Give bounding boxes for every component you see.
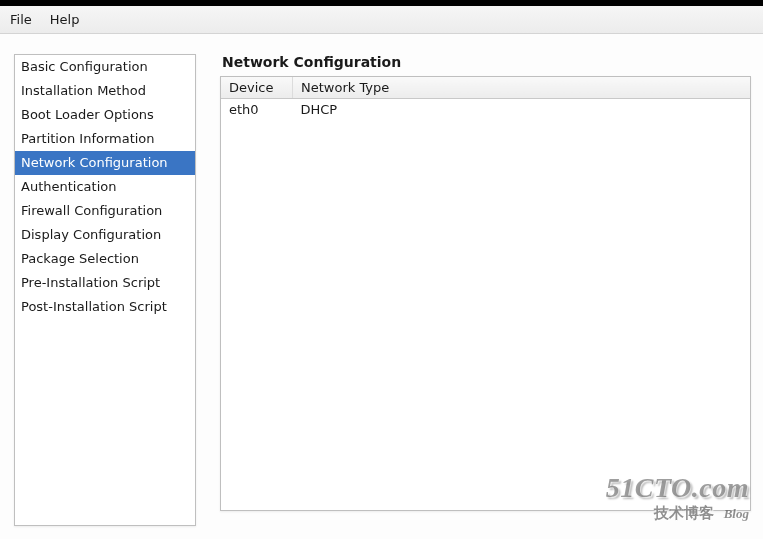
sidebar-item-network-configuration[interactable]: Network Configuration bbox=[15, 151, 195, 175]
sidebar-item-basic-configuration[interactable]: Basic Configuration bbox=[15, 55, 195, 79]
sidebar-item-display-configuration[interactable]: Display Configuration bbox=[15, 223, 195, 247]
column-header-device[interactable]: Device bbox=[221, 77, 293, 99]
menu-help[interactable]: Help bbox=[46, 10, 84, 29]
sidebar-item-authentication[interactable]: Authentication bbox=[15, 175, 195, 199]
sidebar-item-installation-method[interactable]: Installation Method bbox=[15, 79, 195, 103]
sidebar-item-partition-information[interactable]: Partition Information bbox=[15, 127, 195, 151]
sidebar-item-firewall-configuration[interactable]: Firewall Configuration bbox=[15, 199, 195, 223]
sidebar-item-package-selection[interactable]: Package Selection bbox=[15, 247, 195, 271]
cell-device: eth0 bbox=[221, 99, 293, 121]
menubar: File Help bbox=[0, 6, 763, 34]
sidebar: Basic Configuration Installation Method … bbox=[14, 54, 196, 526]
table-row[interactable]: eth0 DHCP bbox=[221, 99, 750, 121]
sidebar-item-post-installation-script[interactable]: Post-Installation Script bbox=[15, 295, 195, 319]
table-header-row: Device Network Type bbox=[221, 77, 750, 99]
cell-network-type: DHCP bbox=[293, 99, 751, 121]
network-table: Device Network Type eth0 DHCP bbox=[220, 76, 751, 511]
main-panel: Network Configuration Device Network Typ… bbox=[220, 54, 751, 526]
menu-file[interactable]: File bbox=[6, 10, 36, 29]
sidebar-item-pre-installation-script[interactable]: Pre-Installation Script bbox=[15, 271, 195, 295]
column-header-network-type[interactable]: Network Type bbox=[293, 77, 751, 99]
content-area: Basic Configuration Installation Method … bbox=[0, 34, 763, 539]
sidebar-item-boot-loader-options[interactable]: Boot Loader Options bbox=[15, 103, 195, 127]
panel-heading: Network Configuration bbox=[220, 54, 751, 70]
